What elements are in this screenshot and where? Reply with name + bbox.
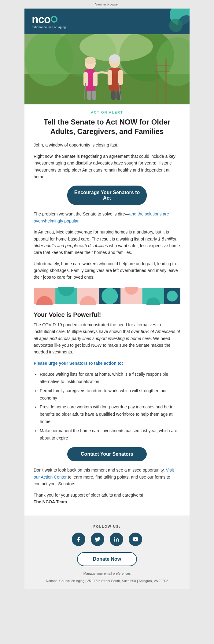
svg-point-38 — [101, 288, 118, 304]
view-in-browser-link[interactable]: View in browser — [0, 0, 214, 9]
header-graphic — [153, 9, 190, 36]
body-para6: Don't wait to look back on this moment a… — [34, 467, 180, 487]
hero-image — [24, 34, 190, 104]
action-alert-label: ACTION ALERT — [34, 110, 180, 114]
para3-end: . — [78, 219, 79, 223]
body-para4: In America, Medicaid coverage for nursin… — [34, 229, 180, 256]
para6-start: Don't wait to look back on this moment a… — [34, 468, 166, 472]
svg-rect-16 — [92, 91, 96, 100]
para7-sig: The NCOA Team — [34, 499, 67, 504]
hero-svg — [24, 34, 190, 104]
main-content: ACTION ALERT Tell the Senate to Act NOW … — [24, 104, 190, 516]
body-para3: The problem we want the Senate to solve … — [34, 211, 180, 224]
body-para5: Unfortunately, home care workers who cou… — [34, 260, 180, 281]
donate-button[interactable]: Donate Now — [77, 552, 137, 566]
svg-rect-29 — [154, 65, 170, 66]
body-para2: Right now, the Senate is negotiating an … — [34, 153, 180, 180]
logo-subtitle: national council on aging — [32, 26, 66, 29]
bullet-item-3: Provide home care workers with long-over… — [40, 403, 180, 425]
svg-rect-15 — [87, 91, 91, 100]
svg-point-17 — [85, 57, 96, 64]
para7-text: Thank you for your support of older adul… — [34, 493, 143, 497]
main-title: Tell the Senate to Act NOW for Older Adu… — [34, 117, 180, 136]
encourage-senators-button[interactable]: Encourage Your Senators to Act — [67, 186, 147, 205]
logo-circle-icon — [51, 16, 57, 23]
logo: nco national council on aging — [32, 14, 66, 29]
section2-para1: The COVID-19 pandemic demonstrated the n… — [34, 321, 180, 356]
email-container: nco national council on aging — [24, 9, 190, 589]
manage-prefs-link[interactable]: Manage your email preferences — [31, 572, 183, 575]
svg-rect-20 — [108, 70, 112, 85]
contact-senators-button[interactable]: Contact Your Senators — [67, 447, 147, 461]
twitter-icon[interactable] — [91, 533, 104, 546]
follow-label: FOLLOW US: — [31, 525, 183, 528]
logo-text: nco — [32, 14, 66, 25]
email-header: nco national council on aging — [24, 9, 190, 34]
decorative-bar — [34, 287, 180, 305]
svg-point-44 — [167, 291, 178, 302]
body-para7: Thank you for your support of older adul… — [34, 492, 180, 505]
urge-label: Please urge your Senators to take action… — [34, 360, 180, 367]
facebook-icon[interactable] — [72, 533, 85, 546]
footer: FOLLOW US: — [24, 516, 190, 589]
youtube-icon[interactable] — [129, 533, 142, 546]
svg-point-24 — [109, 54, 120, 63]
bullet-item-2: Permit family caregivers to return to wo… — [40, 387, 180, 402]
section2-heading: Your Voice is Powerful! — [34, 311, 180, 318]
para4-start: In America, Medicaid coverage for nursin… — [34, 230, 169, 241]
bullet-item-1: Reduce waiting lists for care at home, w… — [40, 371, 180, 385]
bullet-item-4: Make permanent the home care investments… — [40, 427, 180, 442]
intro-paragraph: John, a window of opportunity is closing… — [34, 142, 180, 148]
social-icons — [31, 533, 183, 546]
para3-text: The problem we want the Senate to solve … — [34, 212, 129, 216]
svg-point-2 — [169, 19, 183, 32]
svg-point-45 — [114, 537, 115, 538]
footer-address: National Council on Aging | 251 18th Str… — [31, 579, 183, 583]
svg-rect-21 — [118, 70, 123, 85]
svg-rect-22 — [111, 91, 116, 100]
urge-link[interactable]: Please urge your Senators to take action… — [34, 361, 123, 366]
linkedin-icon[interactable] — [110, 533, 123, 546]
svg-rect-30 — [154, 71, 170, 72]
action-list: Reduce waiting lists for care at home, w… — [40, 371, 180, 442]
